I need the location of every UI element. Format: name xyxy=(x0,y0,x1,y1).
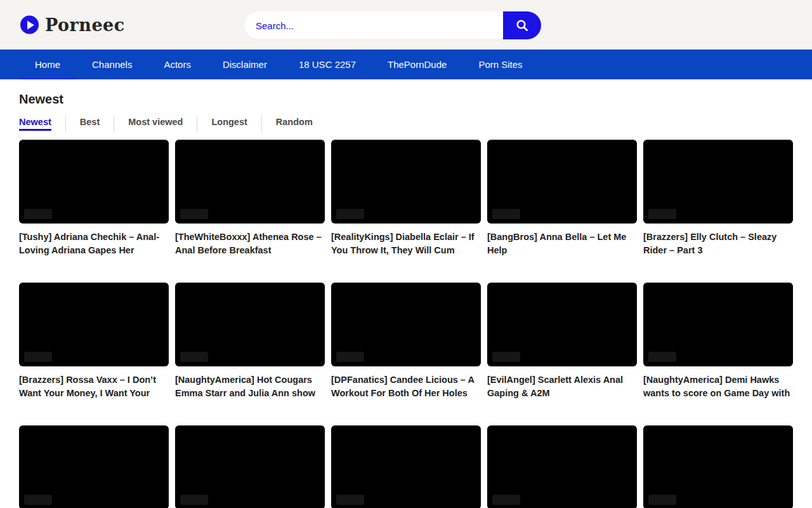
duration-badge xyxy=(492,209,520,219)
tab-longest[interactable]: Longest xyxy=(197,116,261,132)
video-thumbnail[interactable] xyxy=(19,425,169,508)
video-title[interactable]: [NaughtyAmerica] Hot Cougars Emma Starr … xyxy=(175,373,325,400)
video-card[interactable]: [NaughtyAmerica] Demi Hawks wants to sco… xyxy=(643,283,793,400)
tab-most-viewed[interactable]: Most viewed xyxy=(114,116,197,132)
video-thumbnail[interactable] xyxy=(643,425,793,508)
video-thumbnail[interactable] xyxy=(19,283,169,366)
video-title[interactable]: [TheWhiteBoxxx] Athenea Rose – Anal Befo… xyxy=(175,231,325,257)
video-title[interactable]: [DPFanatics] Candee Licious – A Workout … xyxy=(331,373,481,400)
video-title[interactable]: [BangBros] Anna Bella – Let Me Help xyxy=(487,231,637,257)
duration-badge xyxy=(648,209,676,219)
video-card[interactable] xyxy=(331,425,481,508)
video-title[interactable]: [NaughtyAmerica] Demi Hawks wants to sco… xyxy=(643,373,793,400)
video-card[interactable] xyxy=(19,425,169,508)
video-card[interactable]: [Tushy] Adriana Chechik – Anal-Loving Ad… xyxy=(19,140,169,257)
nav-item-disclaimer[interactable]: Disclaimer xyxy=(207,50,283,79)
search-input[interactable] xyxy=(244,11,503,39)
duration-badge xyxy=(24,352,52,362)
video-card[interactable]: [TheWhiteBoxxx] Athenea Rose – Anal Befo… xyxy=(175,140,325,257)
video-title[interactable]: [Brazzers] Elly Clutch – Sleazy Rider – … xyxy=(643,231,793,257)
duration-badge xyxy=(648,495,676,505)
nav-item-porn-sites[interactable]: Porn Sites xyxy=(462,50,538,79)
duration-badge xyxy=(180,352,208,362)
video-card[interactable]: [EvilAngel] Scarlett Alexis Anal Gaping … xyxy=(487,283,637,400)
duration-badge xyxy=(648,352,676,362)
video-card[interactable]: [Brazzers] Rossa Vaxx – I Don’t Want You… xyxy=(19,283,169,400)
duration-badge xyxy=(24,209,52,219)
duration-badge xyxy=(180,209,208,219)
video-title[interactable]: [EvilAngel] Scarlett Alexis Anal Gaping … xyxy=(487,373,637,400)
nav-item-theporndude[interactable]: ThePornDude xyxy=(372,50,462,79)
video-title[interactable]: [Tushy] Adriana Chechik – Anal-Loving Ad… xyxy=(19,231,169,257)
brand-name: Porneec xyxy=(45,15,125,35)
duration-badge xyxy=(24,495,52,505)
video-thumbnail[interactable] xyxy=(19,140,169,224)
video-thumbnail[interactable] xyxy=(331,425,481,508)
duration-badge xyxy=(336,495,364,505)
tab-newest[interactable]: Newest xyxy=(19,116,66,132)
duration-badge xyxy=(336,352,364,362)
nav-item-actors[interactable]: Actors xyxy=(148,50,207,79)
duration-badge xyxy=(492,352,520,362)
video-title[interactable]: [Brazzers] Rossa Vaxx – I Don’t Want You… xyxy=(19,373,169,400)
nav-item-channels[interactable]: Channels xyxy=(76,50,148,79)
video-card[interactable] xyxy=(487,425,637,508)
video-thumbnail[interactable] xyxy=(487,140,637,224)
nav-item-home[interactable]: Home xyxy=(19,50,76,79)
video-thumbnail[interactable] xyxy=(643,140,793,224)
video-thumbnail[interactable] xyxy=(175,140,325,224)
play-icon xyxy=(20,16,39,34)
video-thumbnail[interactable] xyxy=(487,283,637,366)
video-card[interactable]: [BangBros] Anna Bella – Let Me Help xyxy=(487,140,637,257)
video-card[interactable]: [DPFanatics] Candee Licious – A Workout … xyxy=(331,283,481,400)
site-header: Porneec xyxy=(0,0,812,50)
video-thumbnail[interactable] xyxy=(331,283,481,366)
duration-badge xyxy=(180,495,208,505)
duration-badge xyxy=(336,209,364,219)
nav-item-18-usc-2257[interactable]: 18 USC 2257 xyxy=(283,50,372,79)
video-card[interactable]: [NaughtyAmerica] Hot Cougars Emma Starr … xyxy=(175,283,325,400)
video-card[interactable]: [RealityKings] Diabella Eclair – If You … xyxy=(331,140,481,257)
main-nav: Home Channels Actors Disclaimer 18 USC 2… xyxy=(0,50,812,79)
magnifier-icon xyxy=(515,18,529,32)
sort-tabs: Newest Best Most viewed Longest Random xyxy=(19,116,793,132)
search-bar xyxy=(244,11,541,39)
site-logo[interactable]: Porneec xyxy=(20,15,125,35)
page-title: Newest xyxy=(19,92,793,107)
tab-best[interactable]: Best xyxy=(66,116,114,132)
video-card[interactable] xyxy=(643,425,793,508)
video-title[interactable]: [RealityKings] Diabella Eclair – If You … xyxy=(331,231,481,257)
video-thumbnail[interactable] xyxy=(175,283,325,366)
video-thumbnail[interactable] xyxy=(331,140,481,224)
video-card[interactable]: [Brazzers] Elly Clutch – Sleazy Rider – … xyxy=(643,140,793,257)
main-content: Newest Newest Best Most viewed Longest R… xyxy=(0,79,812,508)
video-card[interactable] xyxy=(175,425,325,508)
video-thumbnail[interactable] xyxy=(643,283,793,366)
video-grid: [Tushy] Adriana Chechik – Anal-Loving Ad… xyxy=(19,140,793,508)
video-thumbnail[interactable] xyxy=(175,425,325,508)
tab-random[interactable]: Random xyxy=(262,116,327,132)
duration-badge xyxy=(492,495,520,505)
video-thumbnail[interactable] xyxy=(487,425,637,508)
search-button[interactable] xyxy=(503,11,541,39)
